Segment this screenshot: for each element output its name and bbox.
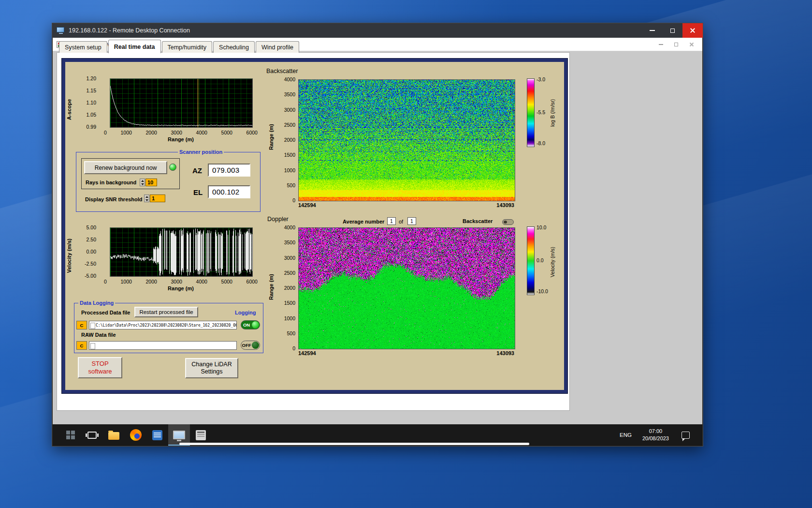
data-logging-title: Data Logging	[78, 299, 115, 306]
tick-label: 1.15	[87, 88, 96, 93]
renew-background-button[interactable]: Renew background now	[84, 161, 167, 174]
windows-logo-icon	[66, 431, 75, 439]
raw-logging-toggle[interactable]: OFF	[241, 341, 260, 350]
rdp-horizontal-scrollbar[interactable]	[179, 443, 529, 445]
tick-label: 3000	[171, 279, 182, 284]
editor-button[interactable]	[146, 424, 168, 446]
az-field[interactable]: 079.003	[208, 164, 250, 177]
colorbar-tick: 10.0	[536, 224, 546, 230]
tick-label: 2000	[284, 137, 295, 142]
file-explorer-button[interactable]	[103, 424, 125, 446]
rays-value-field[interactable]: 10	[145, 179, 157, 186]
tick-label: 0	[104, 279, 107, 284]
background-subgroup: Renew background now Rays in background …	[81, 158, 180, 189]
colorbar-tick: 0.0	[536, 257, 544, 263]
tick-label: 2000	[146, 279, 157, 284]
tab-scheduling[interactable]: Scheduling	[213, 41, 255, 53]
tick-label: 2000	[284, 285, 295, 290]
tick-label: 0.99	[87, 124, 96, 129]
data-logging-group: Data Logging Processed Data file Restart…	[74, 303, 263, 353]
tick-label: 1000	[121, 279, 132, 284]
processed-drive-button[interactable]: C	[76, 321, 87, 329]
restart-processed-file-button[interactable]: Restart processed file	[134, 307, 198, 317]
language-indicator[interactable]: ENG	[615, 432, 637, 438]
taskbar-clock[interactable]: 07:00 20/08/2023	[638, 428, 674, 442]
tick-label: 4000	[196, 130, 207, 135]
backscatter-ylabel: Range (m)	[268, 101, 274, 173]
backscatter-colorbar	[527, 78, 535, 147]
tick-label: 2500	[284, 122, 295, 127]
clock-date: 20/08/2023	[642, 435, 669, 442]
el-field[interactable]: 000.102	[208, 185, 250, 198]
snr-value-field[interactable]: 1	[150, 194, 165, 202]
tick-label: 500	[287, 183, 295, 188]
firefox-icon	[130, 429, 142, 441]
tick-label: 5000	[221, 130, 232, 135]
rdp-minimize-button[interactable]	[642, 23, 662, 38]
raw-path-field[interactable]	[89, 341, 237, 350]
tick-label: 6000	[246, 130, 258, 135]
snr-spinner[interactable]	[144, 194, 149, 202]
stop-software-button[interactable]: STOPsoftware	[78, 357, 122, 378]
doppler-title: Doppler	[267, 216, 289, 223]
task-view-button[interactable]	[81, 424, 103, 446]
tick-label: 1.20	[87, 76, 96, 81]
rays-spinner[interactable]	[140, 179, 145, 186]
tick-label: 2500	[284, 270, 295, 275]
remote-desktop-icon	[57, 27, 65, 34]
tab-wind-profile[interactable]: Wind profile	[256, 41, 299, 53]
colorbar-tick: -8.0	[536, 140, 545, 146]
app-restore-button[interactable]	[668, 39, 684, 50]
backscatter-plot	[298, 79, 515, 201]
remote-session: StreamLine XR v14-6.vi System setupReal …	[53, 38, 702, 446]
velocity-ylabel: Velocity (m/s)	[66, 234, 72, 278]
el-label: EL	[193, 188, 203, 196]
tick-label: 1000	[284, 168, 295, 173]
tick-label: 5000	[221, 279, 232, 284]
start-button[interactable]	[59, 424, 81, 446]
average-number-field[interactable]: 1	[387, 217, 396, 225]
rdp-close-button[interactable]	[682, 23, 703, 38]
notification-icon	[682, 432, 690, 439]
ascope-ylabel: A-scope	[66, 90, 72, 129]
tick-label: 1000	[121, 130, 132, 135]
ascope-plot	[110, 78, 253, 128]
average-total-field[interactable]: 1	[407, 217, 416, 225]
processed-logging-toggle[interactable]: ON	[241, 320, 260, 329]
tick-label: -2.50	[85, 261, 96, 266]
scanner-position-group: Scanner position Renew background now Ra…	[76, 152, 261, 212]
tick-label: -5.00	[85, 273, 96, 278]
doppler-ylabel: Range (m)	[268, 251, 274, 323]
rdp-restore-button[interactable]	[662, 23, 682, 38]
app-minimize-button[interactable]	[653, 39, 668, 50]
backscatter-title: Backscatter	[266, 68, 298, 75]
action-center-button[interactable]	[675, 432, 696, 439]
tick-label: 3500	[284, 92, 295, 97]
colorbar-tick: -10.0	[536, 288, 548, 294]
colorbar-tick: -5.5	[536, 109, 545, 115]
tick-label: 0	[292, 198, 295, 203]
velocity-plot	[110, 227, 253, 277]
logging-label: Logging	[235, 310, 256, 316]
front-panel: A-scope 1.201.151.101.050.99 01000200030…	[62, 59, 567, 393]
change-lidar-settings-button[interactable]: Change LiDARSettings	[185, 358, 238, 378]
tab-temp-humidity[interactable]: Temp/humidity	[162, 41, 213, 53]
tab-real-time-data[interactable]: Real time data	[108, 40, 161, 53]
raw-drive-button[interactable]: C	[76, 341, 87, 350]
backscatter-time-axis: 142594143093	[298, 202, 514, 208]
monitor-icon	[173, 431, 185, 439]
firefox-button[interactable]	[125, 424, 146, 446]
tick-label: 3000	[284, 255, 295, 260]
backscatter-display-toggle[interactable]	[502, 219, 514, 225]
tick-label: 3000	[284, 107, 295, 112]
tick-label: 1.10	[87, 100, 96, 105]
app-close-button[interactable]	[684, 39, 699, 50]
task-view-icon	[87, 432, 97, 439]
processed-path-field[interactable]: C:\Lidar\Data\Proc\2023\202308\20230820\…	[89, 321, 237, 329]
tab-system-setup[interactable]: System setup	[59, 41, 107, 53]
rdp-window: 192.168.0.122 - Remote Desktop Connectio…	[52, 23, 703, 447]
tick-label: 6000	[246, 279, 258, 284]
app-window: StreamLine XR v14-6.vi System setupReal …	[53, 38, 702, 424]
velocity-yticks: 5.002.500.00-2.50-5.00	[77, 225, 96, 278]
snr-threshold-label: Display SNR threshold	[85, 196, 143, 203]
